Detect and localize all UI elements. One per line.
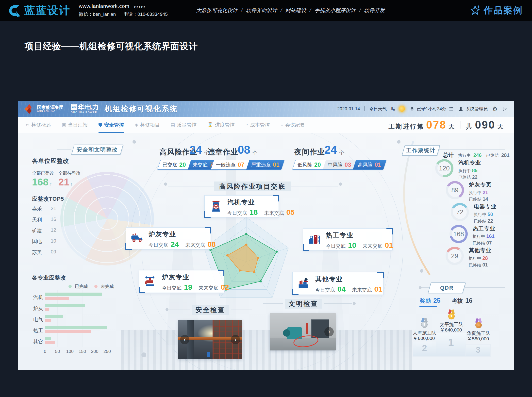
badge-connector-line [57, 149, 71, 150]
dashboard-content: 安全和文明整改 各单位应整改 全部已整改 全部待整改 168↑ 21↑ 应整改T… [18, 133, 514, 370]
bar-category-label: 其它 [31, 338, 43, 345]
podium-step-1: 1 [436, 333, 466, 357]
other-spec-card: 其他专业 今日交底04未来交底01 [292, 272, 383, 295]
nav-item-mobile[interactable]: 手机及小程序设计 [314, 7, 356, 14]
ash-truck-icon [131, 232, 144, 245]
qdr-active-tab-underline [419, 306, 437, 307]
microphone-icon [409, 106, 415, 112]
portfolio-link[interactable]: 作品案例 [469, 4, 523, 17]
tab-reward[interactable]: 奖励 [420, 298, 431, 304]
qdr-tabs: 奖励 25 考核 16 [420, 297, 472, 305]
user-menu[interactable]: 系统管理员 [458, 106, 488, 112]
tab-overview[interactable]: ✂检修概述 [26, 117, 51, 133]
nav-separator: / [359, 7, 361, 13]
team-amount: ¥ 600,000 [410, 336, 439, 341]
top5-item-value: 21 [51, 206, 56, 211]
tab-meeting-minutes[interactable]: ≡会议纪要 [281, 117, 305, 133]
settings-gear-icon[interactable]: ⚙ [492, 105, 498, 112]
node-dot [419, 286, 422, 289]
bar-category-label: 热工 [31, 327, 43, 334]
civilized-check-banner: 文明检查 [285, 299, 322, 309]
tab-safety-control[interactable]: 安全管控 [99, 117, 124, 133]
top5-item-name: 苏美 [32, 249, 42, 256]
violation-title: 违章作业 [208, 147, 238, 157]
tab-maintenance-items[interactable]: ◈检修项目 [135, 117, 160, 133]
nav-item-software-ui[interactable]: 软件界面设计 [246, 7, 277, 14]
bar-已完成 [45, 293, 102, 296]
system-title: 机组检修可视化系统 [105, 104, 178, 114]
meta-divider [364, 106, 365, 111]
tab-daily-report[interactable]: ▣当日汇报 [62, 117, 88, 133]
tab-progress-control[interactable]: ⌛进度管控 [207, 117, 234, 133]
done-label: 全部已整改 [32, 170, 54, 176]
violation-status-badge: 一般违章07 严重违章01 [211, 160, 285, 170]
night-work-value: 24 [324, 144, 337, 155]
node-dot [141, 352, 146, 357]
banner-connector-line [324, 303, 352, 304]
bar-已完成 [45, 326, 107, 329]
banner-connector-line [291, 186, 338, 186]
silver-medal-icon: 2 [419, 318, 430, 328]
portfolio-label[interactable]: 作品案例 [484, 4, 523, 17]
record-list-icon[interactable] [448, 106, 454, 112]
card-title: 炉灰专业 [149, 230, 222, 239]
todo-label: 全部待整改 [58, 170, 81, 176]
shield-icon [99, 123, 102, 127]
project-duration: 工期进行第 078 天 共 090 天 [388, 119, 504, 131]
node-dot [420, 269, 423, 273]
ticket-totals: 总计 执行中 246 已终结 281 [443, 151, 510, 159]
podium-step-2: 2 [413, 342, 436, 357]
rectify-bar-chart: 050100150200250汽机炉灰电气热工其它 [45, 291, 107, 347]
other-factory-icon [298, 277, 310, 290]
assessment-count: 16 [465, 297, 472, 304]
chn-energy-logo-icon [24, 104, 34, 114]
safety-check-photo: ‹ › [178, 320, 242, 359]
wechat-label: 微信：ben_lanlan [79, 12, 116, 17]
ticket-row: 热工专业 执行中 161 已终结 07 [473, 225, 495, 246]
team-name: 大海施工队 [410, 330, 439, 336]
carousel-next-button[interactable]: › [324, 327, 334, 336]
record-status[interactable]: 已录1小时34分 [409, 106, 454, 112]
tab-assessment[interactable]: 考核 [452, 298, 463, 304]
night-work-title: 夜间作业 [294, 147, 325, 157]
top5-item-name: 天利 [32, 216, 42, 223]
donut-other: 29 [446, 247, 464, 265]
tab-quality-control-icon: ▤ [171, 122, 175, 128]
website-link[interactable]: www.lanlanwork.com [79, 3, 129, 9]
duration-divider [461, 121, 461, 129]
weather-label: 今日天气 [369, 106, 387, 112]
thermal-icon [308, 233, 321, 246]
specialty-rectify-title: 各专业应整改 [32, 274, 66, 281]
sparkle-star-icon [469, 5, 481, 16]
nav-item-dev[interactable]: 软件开发 [364, 7, 385, 14]
brand-name[interactable]: 蓝蓝设计 [24, 3, 70, 18]
node-dot [339, 182, 342, 186]
badge-connector-line [422, 287, 430, 288]
carousel-prev-button[interactable]: ‹ [180, 335, 189, 344]
team-name: 太平施工队 [437, 321, 466, 328]
tab-cost-control-icon: ◔ [245, 122, 248, 128]
work-ticket-badge: 工作票统计 [402, 145, 440, 156]
top5-item-value: 16 [51, 216, 56, 222]
delivery-banner: 高风险作业项目交底 [214, 182, 291, 191]
legend-done-label: 已完成 [75, 284, 88, 289]
section-line [439, 149, 505, 150]
violation-value: 08 [238, 144, 250, 155]
brand-logo[interactable]: 蓝蓝设计 [7, 3, 70, 18]
carousel-next-button[interactable]: › [231, 335, 240, 344]
banner-connector-line [169, 310, 190, 310]
logout-icon[interactable] [502, 106, 507, 112]
top5-item-name: 国电 [32, 238, 42, 245]
site-nav: 大数据可视化设计 / 软件界面设计 / 网站建设 / 手机及小程序设计 / 软件… [196, 7, 385, 14]
tab-cost-control[interactable]: ◔成本管控 [245, 117, 270, 133]
nav-item-bigdata[interactable]: 大数据可视化设计 [196, 7, 238, 14]
safety-civilized-rectify-badge: 安全和文明整改 [71, 145, 123, 155]
nav-item-website[interactable]: 网站建设 [285, 7, 306, 14]
tab-daily-report-icon: ▣ [62, 122, 66, 128]
tab-quality-control[interactable]: ▤质量管控 [171, 117, 197, 133]
node-dot [166, 308, 168, 311]
nav-separator: / [310, 7, 311, 13]
dashboard-header: 国家能源集团 CHN ENERGY 国华电力 GUOHUA POWER 机组检修… [18, 101, 514, 117]
up-arrow-icon: ↑ [70, 181, 73, 186]
card-title: 其他专业 [315, 275, 389, 283]
